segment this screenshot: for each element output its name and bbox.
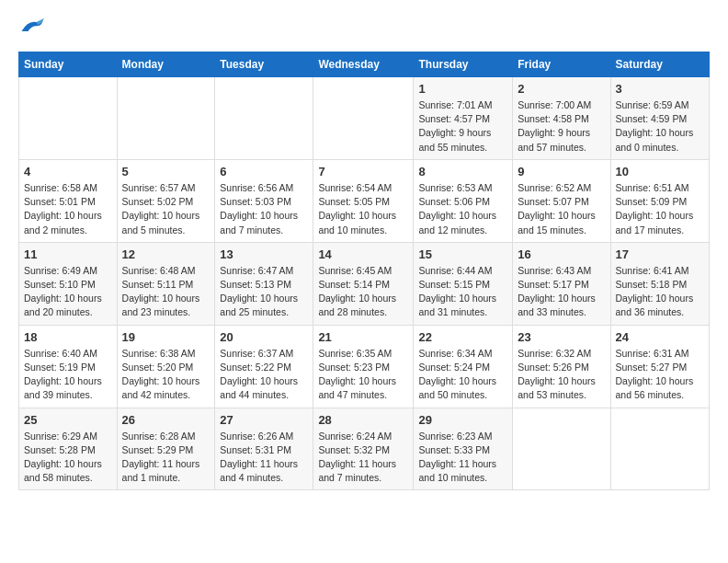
day-number: 13 xyxy=(220,247,308,261)
calendar-cell: 20Sunrise: 6:37 AM Sunset: 5:22 PM Dayli… xyxy=(215,325,313,408)
calendar-cell: 6Sunrise: 6:56 AM Sunset: 5:03 PM Daylig… xyxy=(215,159,313,242)
header-cell-wednesday: Wednesday xyxy=(313,52,414,77)
day-info: Sunrise: 6:54 AM Sunset: 5:05 PM Dayligh… xyxy=(318,181,408,237)
calendar-cell: 28Sunrise: 6:24 AM Sunset: 5:32 PM Dayli… xyxy=(313,408,414,490)
day-info: Sunrise: 6:56 AM Sunset: 5:03 PM Dayligh… xyxy=(220,181,308,237)
calendar-cell: 16Sunrise: 6:43 AM Sunset: 5:17 PM Dayli… xyxy=(513,242,610,325)
header-cell-friday: Friday xyxy=(513,52,610,77)
day-number: 27 xyxy=(220,413,308,427)
day-info: Sunrise: 6:35 AM Sunset: 5:23 PM Dayligh… xyxy=(318,347,408,403)
week-row-1: 1Sunrise: 7:01 AM Sunset: 4:57 PM Daylig… xyxy=(19,77,710,160)
calendar-cell: 2Sunrise: 7:00 AM Sunset: 4:58 PM Daylig… xyxy=(513,77,610,160)
header-cell-saturday: Saturday xyxy=(610,52,710,77)
day-number: 2 xyxy=(518,82,605,96)
day-info: Sunrise: 6:53 AM Sunset: 5:06 PM Dayligh… xyxy=(418,181,507,237)
day-number: 12 xyxy=(122,247,210,261)
day-info: Sunrise: 6:34 AM Sunset: 5:24 PM Dayligh… xyxy=(418,347,507,403)
day-info: Sunrise: 7:01 AM Sunset: 4:57 PM Dayligh… xyxy=(418,98,507,155)
day-info: Sunrise: 6:24 AM Sunset: 5:32 PM Dayligh… xyxy=(318,430,408,486)
day-number: 5 xyxy=(122,165,210,178)
day-number: 14 xyxy=(318,247,408,261)
calendar-cell: 22Sunrise: 6:34 AM Sunset: 5:24 PM Dayli… xyxy=(414,325,513,408)
calendar-cell xyxy=(215,77,313,160)
calendar-cell: 21Sunrise: 6:35 AM Sunset: 5:23 PM Dayli… xyxy=(313,325,414,408)
header-row: SundayMondayTuesdayWednesdayThursdayFrid… xyxy=(19,52,710,77)
week-row-5: 25Sunrise: 6:29 AM Sunset: 5:28 PM Dayli… xyxy=(19,408,710,490)
day-info: Sunrise: 6:23 AM Sunset: 5:33 PM Dayligh… xyxy=(418,430,507,486)
day-info: Sunrise: 7:00 AM Sunset: 4:58 PM Dayligh… xyxy=(518,98,605,155)
calendar-cell xyxy=(513,408,610,490)
header-cell-tuesday: Tuesday xyxy=(215,52,313,77)
day-info: Sunrise: 6:31 AM Sunset: 5:27 PM Dayligh… xyxy=(616,347,705,403)
calendar-cell: 4Sunrise: 6:58 AM Sunset: 5:01 PM Daylig… xyxy=(19,159,118,242)
day-info: Sunrise: 6:52 AM Sunset: 5:07 PM Dayligh… xyxy=(518,181,605,237)
calendar-cell: 3Sunrise: 6:59 AM Sunset: 4:59 PM Daylig… xyxy=(610,77,710,160)
calendar-cell: 23Sunrise: 6:32 AM Sunset: 5:26 PM Dayli… xyxy=(513,325,610,408)
day-info: Sunrise: 6:58 AM Sunset: 5:01 PM Dayligh… xyxy=(24,181,112,237)
day-number: 3 xyxy=(616,82,705,96)
calendar-cell xyxy=(117,77,215,160)
calendar-cell: 11Sunrise: 6:49 AM Sunset: 5:10 PM Dayli… xyxy=(19,242,118,325)
day-info: Sunrise: 6:43 AM Sunset: 5:17 PM Dayligh… xyxy=(518,264,605,320)
calendar-table: SundayMondayTuesdayWednesdayThursdayFrid… xyxy=(18,52,710,490)
calendar-cell: 10Sunrise: 6:51 AM Sunset: 5:09 PM Dayli… xyxy=(610,159,710,242)
day-number: 17 xyxy=(616,247,705,261)
calendar-cell: 13Sunrise: 6:47 AM Sunset: 5:13 PM Dayli… xyxy=(215,242,313,325)
calendar-cell: 12Sunrise: 6:48 AM Sunset: 5:11 PM Dayli… xyxy=(117,242,215,325)
day-number: 11 xyxy=(24,247,112,261)
week-row-4: 18Sunrise: 6:40 AM Sunset: 5:19 PM Dayli… xyxy=(19,325,710,408)
calendar-cell: 26Sunrise: 6:28 AM Sunset: 5:29 PM Dayli… xyxy=(117,408,215,490)
calendar-cell: 8Sunrise: 6:53 AM Sunset: 5:06 PM Daylig… xyxy=(414,159,513,242)
day-number: 8 xyxy=(418,165,507,178)
day-number: 28 xyxy=(318,413,408,427)
day-number: 21 xyxy=(318,330,408,344)
day-info: Sunrise: 6:44 AM Sunset: 5:15 PM Dayligh… xyxy=(418,264,507,320)
day-info: Sunrise: 6:47 AM Sunset: 5:13 PM Dayligh… xyxy=(220,264,308,320)
day-number: 7 xyxy=(318,165,408,178)
calendar-cell: 18Sunrise: 6:40 AM Sunset: 5:19 PM Dayli… xyxy=(19,325,118,408)
day-number: 19 xyxy=(122,330,210,344)
logo-icon xyxy=(18,17,44,37)
day-number: 29 xyxy=(418,413,507,427)
calendar-cell: 25Sunrise: 6:29 AM Sunset: 5:28 PM Dayli… xyxy=(19,408,118,490)
calendar-cell: 7Sunrise: 6:54 AM Sunset: 5:05 PM Daylig… xyxy=(313,159,414,242)
day-number: 18 xyxy=(24,330,112,344)
day-info: Sunrise: 6:37 AM Sunset: 5:22 PM Dayligh… xyxy=(220,347,308,403)
week-row-2: 4Sunrise: 6:58 AM Sunset: 5:01 PM Daylig… xyxy=(19,159,710,242)
day-number: 26 xyxy=(122,413,210,427)
day-info: Sunrise: 6:28 AM Sunset: 5:29 PM Dayligh… xyxy=(122,430,210,486)
day-number: 25 xyxy=(24,413,112,427)
header-cell-sunday: Sunday xyxy=(19,52,118,77)
day-info: Sunrise: 6:49 AM Sunset: 5:10 PM Dayligh… xyxy=(24,264,112,320)
header-cell-monday: Monday xyxy=(117,52,215,77)
calendar-cell: 15Sunrise: 6:44 AM Sunset: 5:15 PM Dayli… xyxy=(414,242,513,325)
day-number: 24 xyxy=(616,330,705,344)
day-info: Sunrise: 6:51 AM Sunset: 5:09 PM Dayligh… xyxy=(616,181,705,237)
calendar-cell xyxy=(610,408,710,490)
calendar-cell: 27Sunrise: 6:26 AM Sunset: 5:31 PM Dayli… xyxy=(215,408,313,490)
day-number: 4 xyxy=(24,165,112,178)
page: SundayMondayTuesdayWednesdayThursdayFrid… xyxy=(0,0,728,500)
day-number: 10 xyxy=(616,165,705,178)
day-number: 20 xyxy=(220,330,308,344)
calendar-cell: 5Sunrise: 6:57 AM Sunset: 5:02 PM Daylig… xyxy=(117,159,215,242)
day-number: 23 xyxy=(518,330,605,344)
calendar-cell: 17Sunrise: 6:41 AM Sunset: 5:18 PM Dayli… xyxy=(610,242,710,325)
day-info: Sunrise: 6:40 AM Sunset: 5:19 PM Dayligh… xyxy=(24,347,112,403)
day-number: 9 xyxy=(518,165,605,178)
day-info: Sunrise: 6:59 AM Sunset: 4:59 PM Dayligh… xyxy=(616,98,705,155)
day-info: Sunrise: 6:32 AM Sunset: 5:26 PM Dayligh… xyxy=(518,347,605,403)
day-info: Sunrise: 6:48 AM Sunset: 5:11 PM Dayligh… xyxy=(122,264,210,320)
day-number: 6 xyxy=(220,165,308,178)
calendar-cell xyxy=(19,77,118,160)
header xyxy=(18,17,710,40)
day-number: 1 xyxy=(418,82,507,96)
day-number: 16 xyxy=(518,247,605,261)
day-info: Sunrise: 6:26 AM Sunset: 5:31 PM Dayligh… xyxy=(220,430,308,486)
day-info: Sunrise: 6:38 AM Sunset: 5:20 PM Dayligh… xyxy=(122,347,210,403)
calendar-cell: 19Sunrise: 6:38 AM Sunset: 5:20 PM Dayli… xyxy=(117,325,215,408)
day-info: Sunrise: 6:57 AM Sunset: 5:02 PM Dayligh… xyxy=(122,181,210,237)
day-number: 22 xyxy=(418,330,507,344)
day-info: Sunrise: 6:45 AM Sunset: 5:14 PM Dayligh… xyxy=(318,264,408,320)
day-info: Sunrise: 6:41 AM Sunset: 5:18 PM Dayligh… xyxy=(616,264,705,320)
